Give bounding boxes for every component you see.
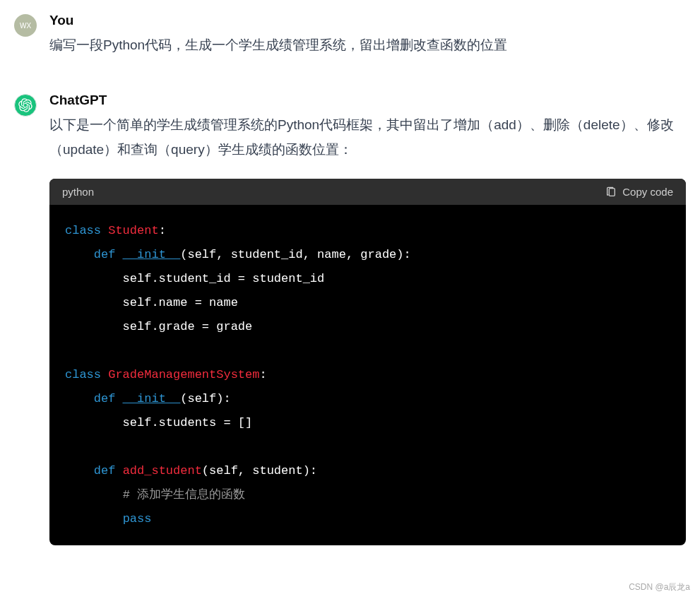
code-token: self.name = name [65,296,238,309]
code-token: self.students = [] [65,416,252,429]
assistant-content: ChatGPT 以下是一个简单的学生成绩管理系统的Python代码框架，其中留出… [49,93,686,545]
svg-rect-0 [610,189,615,196]
assistant-author-label: ChatGPT [49,93,686,108]
openai-logo-icon [18,98,32,112]
code-token: (self): [180,392,230,405]
copy-code-button[interactable]: Copy code [605,186,673,198]
code-token: # 添加学生信息的函数 [123,488,245,502]
user-author-label: You [49,13,686,28]
code-token: def [94,248,116,261]
code-token: __init__ [123,392,181,405]
code-block: python Copy code class Student: def __in… [49,179,686,545]
assistant-message-text: 以下是一个简单的学生成绩管理系统的Python代码框架，其中留出了增加（add）… [49,112,686,162]
code-token: (self, student_id, name, grade): [180,248,410,261]
assistant-message: ChatGPT 以下是一个简单的学生成绩管理系统的Python代码框架，其中留出… [14,93,686,545]
user-message-text: 编写一段Python代码，生成一个学生成绩管理系统，留出增删改查函数的位置 [49,32,686,57]
code-language-label: python [62,186,94,198]
copy-code-label: Copy code [622,186,673,198]
assistant-avatar [14,94,37,117]
user-message: WX You 编写一段Python代码，生成一个学生成绩管理系统，留出增删改查函… [14,13,686,57]
user-content: You 编写一段Python代码，生成一个学生成绩管理系统，留出增删改查函数的位… [49,13,686,57]
code-content[interactable]: class Student: def __init__(self, studen… [49,205,686,545]
code-token: GradeManagementSystem [108,368,259,381]
code-token: class [65,224,101,237]
clipboard-icon [605,186,617,198]
code-token: __init__ [123,248,181,261]
code-token: Student [108,224,158,237]
avatar-initials: WX [20,22,31,30]
code-token: def [94,464,116,478]
code-header: python Copy code [49,179,686,205]
watermark: CSDN @a辰龙a [629,581,690,593]
code-token: self.grade = grade [65,320,252,333]
code-token: add_student [123,464,202,478]
code-token: def [94,392,116,405]
code-token: pass [123,512,152,526]
user-avatar: WX [14,14,37,37]
code-token: (self, student): [202,464,317,478]
code-token: self.student_id = student_id [65,272,324,285]
code-token: class [65,368,101,381]
